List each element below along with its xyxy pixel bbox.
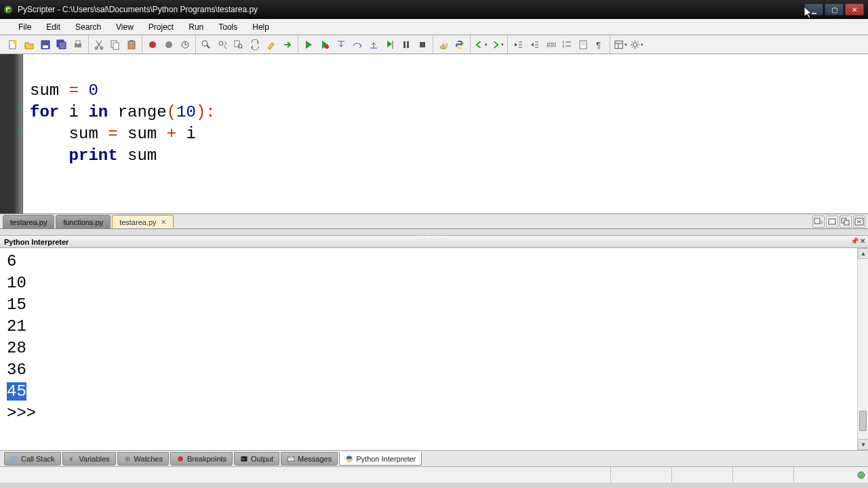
highlight-button[interactable] (264, 37, 279, 52)
svg-line-21 (207, 45, 210, 48)
pin-icon[interactable]: 📌 (850, 237, 859, 245)
clear-breakpoints-button[interactable] (161, 37, 176, 52)
toggle-breakpoint-button[interactable] (145, 37, 160, 52)
cut-button[interactable] (92, 37, 106, 52)
splitter-handle[interactable]: . . . . . . (0, 229, 868, 236)
close-icon[interactable]: ✕ (161, 218, 166, 226)
file-tab-label: testarea.py (10, 218, 47, 226)
scroll-down-icon[interactable]: ▼ (858, 439, 868, 450)
numbered-list-button[interactable]: 12 (559, 37, 574, 52)
svg-point-22 (219, 41, 223, 45)
tab-next-button[interactable] (840, 216, 852, 228)
python-tool-button[interactable] (452, 37, 467, 52)
interpreter-output-line: 36 (7, 359, 861, 381)
find-button[interactable] (199, 37, 214, 52)
interpreter-content[interactable]: 6101521283645>>> (0, 248, 868, 427)
scroll-up-icon[interactable]: ▲ (858, 248, 868, 259)
toggle-comment-button[interactable]: ### (543, 37, 558, 52)
bottom-tab-output[interactable]: >Output (234, 452, 279, 466)
find-next-button[interactable] (215, 37, 230, 52)
file-tab[interactable]: functions.py (56, 215, 111, 228)
menu-run[interactable]: Run (181, 19, 211, 35)
scroll-thumb[interactable] (859, 411, 867, 431)
new-file-button[interactable] (5, 37, 20, 52)
tab-list-button[interactable] (812, 216, 825, 228)
menu-file[interactable]: File (11, 19, 39, 35)
file-tabbar: testarea.pyfunctions.pytestarea.py✕ (0, 214, 868, 229)
options-button[interactable] (629, 37, 644, 52)
nav-forward-button[interactable] (490, 37, 505, 52)
print-button[interactable] (71, 37, 85, 52)
svg-rect-51 (829, 219, 835, 224)
step-into-button[interactable] (334, 37, 349, 52)
svg-rect-14 (130, 40, 134, 42)
find-in-files-button[interactable] (231, 37, 246, 52)
document-button[interactable] (576, 37, 591, 52)
minimize-button[interactable]: ▁ (804, 3, 823, 16)
pilcrow-button[interactable]: ¶ (592, 37, 607, 52)
layout-button[interactable] (613, 37, 628, 52)
panel-close-icon[interactable]: ✕ (860, 237, 865, 245)
stop-button[interactable] (415, 37, 430, 52)
menu-tools[interactable]: Tools (211, 19, 245, 35)
fold-marker-icon[interactable]: ▸ (18, 104, 21, 112)
fold-marker-icon[interactable]: ▸ (18, 126, 21, 134)
bottom-tab-label: Messages (298, 455, 332, 463)
pause-button[interactable] (399, 37, 414, 52)
menu-project[interactable]: Project (141, 19, 181, 35)
close-button[interactable]: ✕ (845, 3, 864, 16)
nav-back-button[interactable] (473, 37, 488, 52)
goto-button[interactable] (280, 37, 295, 52)
run-to-cursor-button[interactable] (382, 37, 397, 52)
interpreter-prompt: >>> (7, 403, 861, 424)
svg-point-15 (149, 41, 156, 48)
bottom-tab-label: Breakpoints (187, 455, 226, 463)
interpreter-panel[interactable]: 6101521283645>>> ▲ ▼ (0, 248, 868, 450)
bottom-tab-python-interpreter[interactable]: Python Interpreter (339, 452, 422, 466)
bottom-tab-messages[interactable]: Messages (281, 452, 338, 466)
bottom-tab-call-stack[interactable]: Call Stack (4, 452, 61, 466)
bottom-tab-label: Output (251, 455, 273, 463)
code-content[interactable]: sum = 0 for i in range(10): sum = sum + … (23, 54, 222, 214)
menu-edit[interactable]: Edit (39, 19, 68, 35)
copy-button[interactable] (108, 37, 123, 52)
svg-rect-8 (76, 41, 80, 44)
menu-view[interactable]: View (108, 19, 141, 35)
svg-rect-23 (235, 41, 239, 47)
watch-button[interactable] (178, 37, 193, 52)
bottom-tab-variables[interactable]: xVariables (62, 452, 116, 466)
debug-button[interactable] (317, 37, 332, 52)
step-over-button[interactable] (350, 37, 365, 52)
tab-prev-button[interactable] (826, 216, 838, 228)
svg-rect-50 (814, 218, 820, 224)
file-tab[interactable]: testarea.py (3, 215, 54, 228)
code-editor[interactable]: ▸ ▸ sum = 0 for i in range(10): sum = su… (0, 54, 868, 214)
svg-rect-58 (12, 458, 18, 460)
replace-button[interactable] (248, 37, 262, 52)
toolbar: ###12¶ (0, 35, 868, 54)
menu-search[interactable]: Search (68, 19, 108, 35)
step-out-button[interactable] (366, 37, 381, 52)
save-file-button[interactable] (38, 37, 53, 52)
dedent-button[interactable] (511, 37, 526, 52)
paste-button[interactable] (124, 37, 139, 52)
bottom-tab-watches[interactable]: Watches (117, 452, 169, 466)
maximize-button[interactable]: ▢ (825, 3, 844, 16)
svg-point-49 (633, 43, 637, 47)
bottom-tab-breakpoints[interactable]: Breakpoints (170, 452, 233, 466)
file-tab[interactable]: testarea.py✕ (112, 215, 173, 228)
status-cell (793, 467, 854, 483)
run-button[interactable] (301, 37, 316, 52)
hand-tool-button[interactable] (436, 37, 451, 52)
open-file-button[interactable] (22, 37, 37, 52)
interpreter-title-label: Python Interpreter (4, 238, 68, 246)
interpreter-scrollbar[interactable]: ▲ ▼ (857, 248, 868, 450)
file-tab-label: testarea.py (119, 218, 156, 226)
svg-rect-29 (407, 41, 409, 48)
svg-rect-30 (420, 42, 425, 47)
indent-button[interactable] (527, 37, 542, 52)
menu-help[interactable]: Help (245, 19, 277, 35)
svg-text:###: ### (547, 41, 556, 49)
tab-close-button[interactable] (853, 216, 865, 228)
save-all-button[interactable] (54, 37, 69, 52)
